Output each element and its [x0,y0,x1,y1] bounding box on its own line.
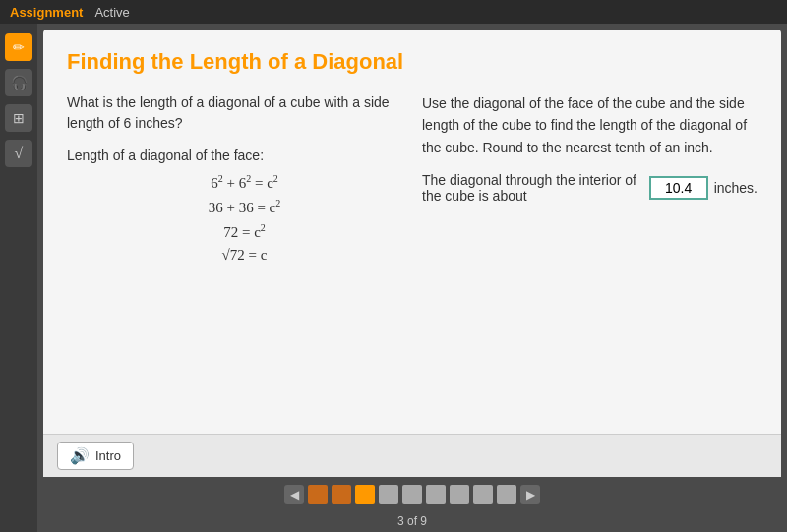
prev-arrow[interactable]: ◀ [284,485,304,504]
top-bar: Assignment Active [0,0,787,24]
two-col: What is the length of a diagonal of a cu… [67,92,757,264]
speaker-icon: 🔊 [70,446,90,465]
main-layout: ✏ 🎧 ⊞ √ Finding the Length of a Diagonal… [0,24,787,532]
calculator-icon[interactable]: ⊞ [5,104,32,132]
answer-input[interactable] [649,176,708,200]
page-indicator: 3 of 9 [37,512,787,532]
nav-page-9[interactable] [497,485,516,504]
right-instruction: Use the diagonal of the face of the cube… [422,92,757,158]
tab-assignment[interactable]: Assignment [10,5,83,20]
math-step-2: 36 + 36 = c2 [209,198,281,216]
math-step-4: √72 = c [222,247,268,264]
nav-page-8[interactable] [473,485,493,504]
math-steps: 62 + 62 = c2 36 + 36 = c2 72 = c2 √72 = … [67,173,402,264]
question-text: What is the length of a diagonal of a cu… [67,92,402,134]
content-area: Finding the Length of a Diagonal What is… [37,24,787,532]
answer-prefix: The diagonal through the interior of the… [422,172,643,204]
main-panel: Finding the Length of a Diagonal What is… [43,30,781,477]
nav-page-3[interactable] [355,485,375,504]
panel-bottom: 🔊 Intro [43,434,781,477]
nav-page-7[interactable] [450,485,469,504]
pencil-icon[interactable]: ✏ [5,33,32,61]
nav-page-5[interactable] [402,485,422,504]
tab-active[interactable]: Active [94,5,129,20]
sidebar: ✏ 🎧 ⊞ √ [0,24,37,532]
left-col: What is the length of a diagonal of a cu… [67,92,402,264]
math-step-3: 72 = c2 [223,222,266,241]
right-col: Use the diagonal of the face of the cube… [422,92,757,264]
intro-button[interactable]: 🔊 Intro [57,442,134,470]
nav-page-1[interactable] [308,485,328,504]
answer-suffix: inches. [714,180,757,196]
nav-page-2[interactable] [332,485,351,504]
page-title: Finding the Length of a Diagonal [67,49,757,75]
face-label: Length of a diagonal of the face: [67,148,402,163]
intro-label: Intro [95,448,121,463]
panel-inner: Finding the Length of a Diagonal What is… [43,30,781,434]
nav-page-4[interactable] [379,485,398,504]
headphone-icon[interactable]: 🎧 [5,69,32,96]
nav-bar: ◀ ▶ [43,477,781,512]
nav-page-6[interactable] [426,485,446,504]
math-step-1: 62 + 62 = c2 [211,173,278,192]
answer-row: The diagonal through the interior of the… [422,172,757,204]
next-arrow[interactable]: ▶ [520,485,540,504]
formula-icon[interactable]: √ [5,140,32,167]
